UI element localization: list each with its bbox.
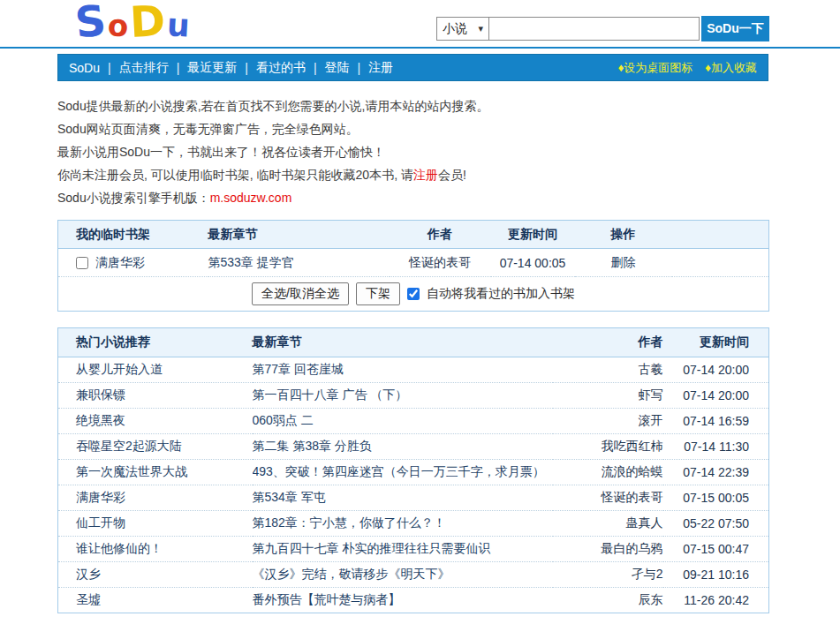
- book-select-checkbox[interactable]: [76, 257, 88, 269]
- update-time-cell: 05-22 07:50: [663, 511, 769, 537]
- search-button[interactable]: SoDu一下: [701, 16, 769, 41]
- novel-title-link[interactable]: 满唐华彩: [76, 490, 125, 504]
- col-header-author: 作者: [390, 221, 491, 249]
- update-time-cell: 07-14 00:05: [491, 249, 575, 277]
- novel-title-link[interactable]: 仙工开物: [76, 515, 125, 530]
- search-category-select[interactable]: 小说 ▾: [436, 17, 489, 41]
- novel-row: 圣墟 番外预告【荒叶楚与病者】 辰东 11-26 20:42: [58, 588, 769, 613]
- col-header-hot-novels: 热门小说推荐: [58, 328, 253, 357]
- novel-row: 汉乡 《汉乡》完结，敬请移步《明天下》 孑与2 09-21 10:16: [58, 562, 769, 588]
- update-time-cell: 07-15 00:47: [663, 537, 769, 562]
- novel-row: 谁让他修仙的！ 第九百四十七章 朴实的推理往往只需要仙识 最白的乌鸦 07-15…: [58, 537, 769, 562]
- chapter-link[interactable]: 第533章 提学官: [208, 255, 294, 269]
- chapter-link[interactable]: 第534章 军屯: [253, 490, 326, 504]
- search-category-value: 小说: [443, 21, 467, 37]
- delete-link[interactable]: 删除: [611, 255, 636, 269]
- novel-row: 从婴儿开始入道 第77章 回苍崖城 古羲 07-14 20:00: [58, 357, 769, 383]
- novel-row: 第一次魔法世界大战 493、突破！第四座迷宫（今日一万三千字，求月票） 流浪的蛤…: [58, 460, 769, 485]
- author-cell: 虾写: [553, 383, 663, 409]
- update-time-cell: 07-14 16:59: [663, 409, 769, 434]
- intro-line: 你尚未注册会员, 可以使用临时书架, 临时书架只能收藏20本书, 请注册会员!: [57, 163, 768, 186]
- bookshelf-actions-row: 全选/取消全选 下架 自动将我看过的书加入书架: [58, 277, 769, 312]
- nav-item-login[interactable]: 登陆: [325, 60, 350, 76]
- logo-letter: D: [129, 0, 168, 43]
- update-time-cell: 07-14 20:00: [663, 383, 769, 409]
- nav-item-latest-updates[interactable]: 最近更新: [187, 60, 237, 76]
- author-cell: 流浪的蛤蟆: [553, 460, 663, 485]
- nav-separator: |: [177, 61, 180, 75]
- mobile-site-link[interactable]: m.soduzw.com: [210, 191, 292, 205]
- col-header-update-time: 更新时间: [663, 328, 769, 357]
- update-time-cell: 07-14 20:00: [663, 357, 769, 383]
- novel-title-link[interactable]: 吞噬星空2起源大陆: [76, 439, 182, 453]
- author-cell: 最白的乌鸦: [553, 537, 663, 562]
- novel-title-link[interactable]: 圣墟: [76, 592, 101, 606]
- nav-separator: |: [108, 61, 111, 75]
- nav-separator: |: [358, 61, 361, 75]
- author-cell: 古羲: [553, 357, 663, 383]
- update-time-cell: 11-26 20:42: [663, 588, 769, 613]
- intro-line: Sodu网站页面清爽，无毒无弹窗广告，完全绿色网站。: [57, 117, 768, 140]
- novel-row: 兼职保镖 第一百四十八章 广告 （下） 虾写 07-14 20:00: [58, 383, 769, 409]
- bookshelf-header-row: 我的临时书架 最新章节 作者 更新时间 操作: [58, 221, 769, 249]
- chapter-link[interactable]: 第77章 回苍崖城: [253, 362, 344, 376]
- intro-line: Sodu小说搜索引擎手机版：m.soduzw.com: [57, 186, 768, 209]
- search-bar: 小说 ▾ SoDu一下: [436, 17, 769, 41]
- intro-line: Sodu提供最新的小说搜索,若在首页找不到您需要的小说,请用本站的站内搜索。: [57, 94, 768, 117]
- nav-item-click-ranking[interactable]: 点击排行: [119, 60, 169, 76]
- top-header: S o D u 小说 ▾ SoDu一下: [0, 0, 840, 47]
- col-header-latest-chapter: 最新章节: [253, 328, 553, 357]
- bookshelf-table: 我的临时书架 最新章节 作者 更新时间 操作 满唐华彩 第533章 提学官 怪诞…: [57, 220, 769, 312]
- chapter-link[interactable]: 第九百四十七章 朴实的推理往往只需要仙识: [253, 541, 491, 555]
- chapter-link[interactable]: 第二集 第38章 分胜负: [253, 439, 372, 453]
- novel-title-link[interactable]: 谁让他修仙的！: [76, 541, 163, 555]
- nav-item-read-books[interactable]: 看过的书: [256, 60, 306, 76]
- set-desktop-icon-link[interactable]: ♦设为桌面图标: [618, 60, 693, 76]
- author-cell: 辰东: [553, 588, 663, 613]
- col-header-update-time: 更新时间: [491, 221, 575, 249]
- book-title-link[interactable]: 满唐华彩: [95, 255, 145, 271]
- chapter-link[interactable]: 番外预告【荒叶楚与病者】: [253, 592, 401, 606]
- author-cell: 怪诞的表哥: [553, 485, 663, 511]
- chapter-link[interactable]: 《汉乡》完结，敬请移步《明天下》: [253, 567, 450, 581]
- nav-item-register[interactable]: 注册: [368, 60, 393, 76]
- nav-item-home[interactable]: SoDu: [69, 61, 100, 75]
- novel-row: 吞噬星空2起源大陆 第二集 第38章 分胜负 我吃西红柿 07-14 11:30: [58, 434, 769, 460]
- update-time-cell: 09-21 10:16: [663, 562, 769, 588]
- main-nav: SoDu | 点击排行 | 最近更新 | 看过的书 | 登陆 | 注册 ♦设为桌…: [57, 54, 768, 81]
- intro-line: 最新小说用SoDu一下，书就出来了！祝各位读者开心愉快！: [57, 140, 768, 163]
- chevron-down-icon: ▾: [478, 23, 483, 34]
- select-all-button[interactable]: 全选/取消全选: [252, 282, 349, 305]
- remove-from-shelf-button[interactable]: 下架: [356, 282, 400, 305]
- col-header-author: 作者: [553, 328, 663, 357]
- hot-header-row: 热门小说推荐 最新章节 作者 更新时间: [58, 328, 769, 357]
- novel-title-link[interactable]: 第一次魔法世界大战: [76, 464, 187, 478]
- auto-add-label: 自动将我看过的书加入书架: [427, 286, 575, 302]
- nav-separator: |: [245, 61, 248, 75]
- author-cell: 蛊真人: [553, 511, 663, 537]
- bookshelf-row: 满唐华彩 第533章 提学官 怪诞的表哥 07-14 00:05 删除: [58, 249, 769, 277]
- chapter-link[interactable]: 第一百四十八章 广告 （下）: [253, 387, 408, 402]
- chapter-link[interactable]: 第182章：宁小慧，你做了什么？！: [253, 515, 446, 530]
- novel-title-link[interactable]: 从婴儿开始入道: [76, 362, 163, 376]
- auto-add-checkbox[interactable]: [407, 288, 420, 300]
- novel-title-link[interactable]: 汉乡: [76, 567, 101, 581]
- update-time-cell: 07-14 11:30: [663, 434, 769, 460]
- chapter-link[interactable]: 060弱点 二: [253, 413, 314, 427]
- search-input[interactable]: [489, 17, 700, 41]
- add-favorites-link[interactable]: ♦加入收藏: [705, 60, 757, 76]
- author-cell: 滚开: [553, 409, 663, 434]
- hot-novels-table: 热门小说推荐 最新章节 作者 更新时间 从婴儿开始入道 第77章 回苍崖城 古羲…: [57, 327, 769, 613]
- register-link[interactable]: 注册: [413, 168, 438, 182]
- site-intro: Sodu提供最新的小说搜索,若在首页找不到您需要的小说,请用本站的站内搜索。 S…: [57, 94, 768, 209]
- novel-row: 满唐华彩 第534章 军屯 怪诞的表哥 07-15 00:05: [58, 485, 769, 511]
- author-cell: 孑与2: [553, 562, 663, 588]
- author-cell: 怪诞的表哥: [390, 249, 491, 277]
- novel-row: 仙工开物 第182章：宁小慧，你做了什么？！ 蛊真人 05-22 07:50: [58, 511, 769, 537]
- sodu-logo[interactable]: S o D u: [75, 0, 191, 47]
- novel-title-link[interactable]: 绝境黑夜: [76, 413, 125, 427]
- update-time-cell: 07-15 00:05: [663, 485, 769, 511]
- col-header-action: 操作: [575, 221, 672, 249]
- chapter-link[interactable]: 493、突破！第四座迷宫（今日一万三千字，求月票）: [253, 464, 545, 478]
- novel-title-link[interactable]: 兼职保镖: [76, 387, 125, 402]
